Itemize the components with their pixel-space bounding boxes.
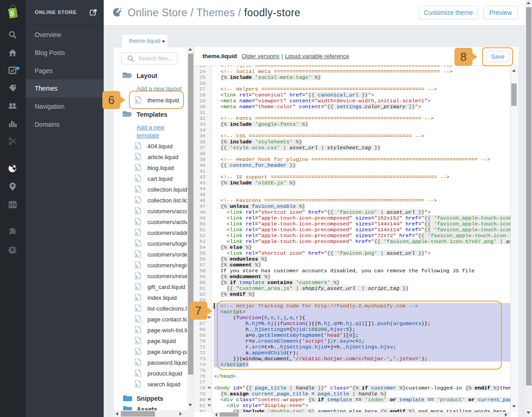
svg-text:L: L <box>136 231 139 236</box>
svg-text:L: L <box>136 296 139 301</box>
svg-text:L: L <box>136 361 139 366</box>
svg-text:L: L <box>136 339 139 344</box>
svg-text:L: L <box>136 372 139 376</box>
svg-text:L: L <box>136 307 139 312</box>
svg-text:L: L <box>136 275 139 279</box>
svg-text:L: L <box>136 220 139 225</box>
svg-text:L: L <box>136 177 139 182</box>
svg-text:L: L <box>136 210 139 214</box>
svg-text:L: L <box>136 145 139 149</box>
svg-text:L: L <box>136 285 139 290</box>
svg-text:L: L <box>136 318 139 322</box>
svg-text:L: L <box>136 199 139 203</box>
svg-text:L: L <box>136 156 139 160</box>
svg-text:L: L <box>136 242 139 247</box>
svg-text:L: L <box>136 329 139 333</box>
svg-text:L: L <box>136 166 139 171</box>
svg-text:L: L <box>136 350 139 355</box>
svg-text:S: S <box>10 9 14 18</box>
svg-text:L: L <box>136 383 139 387</box>
svg-text:L: L <box>136 188 139 192</box>
svg-text:L: L <box>136 253 139 257</box>
svg-text:L: L <box>136 264 139 268</box>
